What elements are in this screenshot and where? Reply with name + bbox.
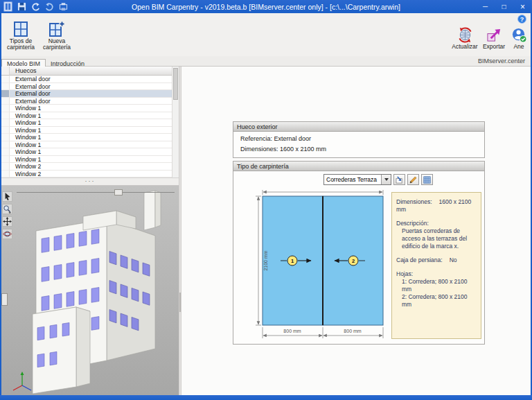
new-carpentry-icon [40, 20, 73, 38]
leaf1-number: 1 [291, 258, 294, 264]
orbit-icon[interactable] [2, 229, 12, 239]
row-label: External door [10, 98, 172, 105]
row-selector[interactable] [1, 156, 10, 164]
row-label: Window 2 [10, 163, 172, 171]
leaf2-width-label: 800 mm [344, 329, 361, 333]
building-3d [1, 186, 179, 395]
type-toolbar: Correderas Terraza [323, 174, 433, 185]
table-row[interactable]: Window 2 [1, 163, 172, 171]
row-label: Window 1 [10, 112, 172, 120]
row-selector[interactable] [1, 98, 10, 105]
pan-icon[interactable] [2, 216, 12, 227]
info-caja-label: Caja de persiana: [396, 256, 443, 263]
chevron-down-icon[interactable] [381, 175, 391, 184]
row-selector[interactable] [1, 163, 10, 171]
table-scrollbar-thumb[interactable] [173, 68, 178, 100]
edit-type-button[interactable] [407, 174, 419, 185]
table-row[interactable]: Window 1 [1, 156, 172, 164]
exportar-button[interactable]: Exportar [479, 26, 508, 50]
import-type-button[interactable] [393, 174, 405, 185]
table-row[interactable]: Window 1 [1, 148, 172, 156]
ribbon-tabstrip: Modelo BIMIntroducción BIMserver.center [1, 56, 531, 67]
splitter-grip[interactable] [179, 293, 181, 312]
row-selector[interactable] [1, 127, 10, 134]
print-icon[interactable] [57, 1, 69, 12]
tipos-carpinteria-button[interactable]: Tipos de carpintería [3, 17, 38, 51]
ane-button[interactable]: Ane [508, 26, 529, 50]
actualizar-button[interactable]: Actualizar [450, 26, 479, 50]
row-selector[interactable] [1, 134, 10, 141]
row-selector[interactable] [1, 141, 10, 149]
view-slider-horizontal[interactable] [17, 189, 175, 195]
huecos-column-header[interactable]: Huecos [10, 67, 172, 76]
export-arrow-icon [479, 26, 508, 43]
table-scrollbar[interactable] [172, 67, 179, 177]
row-label: Window 1 [10, 141, 172, 149]
carpentry-window-icon [4, 20, 37, 38]
row-label: External door [10, 76, 172, 83]
save-icon[interactable] [16, 1, 27, 12]
dimensiones-label: Dimensiones: [240, 146, 278, 153]
row-selector[interactable] [1, 83, 10, 91]
select-arrow-icon[interactable] [2, 191, 12, 202]
info-caja-value: No [450, 256, 457, 263]
top-dimension [263, 190, 383, 195]
row-label: Window 1 [10, 127, 172, 134]
view-slider-handle[interactable] [114, 189, 123, 195]
dimensiones-line: Dimensiones: 1600 x 2100 mm [233, 146, 484, 153]
row-label: Window 1 [10, 156, 172, 164]
app-icon[interactable] [2, 1, 13, 12]
redo-icon[interactable] [44, 1, 55, 12]
info-dimensiones: Dimensiones:1600 x 2100 mm [396, 198, 477, 214]
info-caja: Caja de persiana:No [396, 256, 477, 264]
table-row[interactable]: Window 2 [1, 171, 172, 178]
maximize-button[interactable]: □ [495, 0, 513, 13]
tipos-carpinteria-label: Tipos de carpintería [4, 38, 37, 51]
height-dim-label: 2100 mm [263, 250, 268, 270]
nueva-carpinteria-button[interactable]: Nueva carpintería [39, 17, 74, 51]
table-row[interactable]: Window 1 [1, 141, 172, 149]
user-check-icon [508, 26, 529, 43]
undo-icon[interactable] [30, 1, 41, 12]
tipo-carpinteria-title: Tipo de carpintería [233, 162, 484, 171]
carpentry-type-select[interactable]: Correderas Terraza [323, 174, 391, 185]
table-row[interactable]: Window 1 [1, 105, 172, 112]
row-selector[interactable] [1, 105, 10, 112]
horizontal-splitter[interactable]: ··· [1, 177, 179, 186]
row-selector[interactable] [1, 148, 10, 156]
help-button[interactable]: ? [517, 15, 526, 24]
leaf2-number: 2 [352, 258, 355, 264]
nueva-carpinteria-label: Nueva carpintería [40, 38, 73, 51]
table-row[interactable]: External door [1, 76, 172, 83]
table-row[interactable]: Window 1 [1, 112, 172, 120]
row-selector[interactable] [1, 112, 10, 120]
row-selector[interactable] [1, 90, 10, 98]
row-label: Window 2 [10, 171, 172, 178]
table-row[interactable]: Window 1 [1, 127, 172, 134]
row-label: External door [10, 90, 172, 98]
row-selector[interactable] [1, 76, 10, 83]
table-row[interactable]: External door [1, 98, 172, 105]
hueco-exterior-panel: Hueco exterior Referencia: External door… [233, 121, 485, 158]
info-descripcion-label: Descripción: [396, 220, 477, 227]
table-row[interactable]: Window 1 [1, 134, 172, 141]
zoom-icon[interactable] [2, 204, 12, 214]
table-row[interactable]: Window 1 [1, 119, 172, 127]
viewer-3d[interactable] [1, 186, 179, 395]
hueco-exterior-title: Hueco exterior [233, 122, 484, 132]
height-dimension [256, 196, 261, 325]
refresh-globe-icon [450, 26, 479, 43]
tipo-carpinteria-panel: Tipo de carpintería Correderas Terraza [233, 161, 485, 345]
row-selector[interactable] [1, 119, 10, 127]
leaf1-width-label: 800 mm [283, 329, 301, 333]
table-row[interactable]: External door [1, 90, 172, 98]
actualizar-label: Actualizar [450, 43, 479, 50]
window-title: Open BIM Carpentry - v2019.beta.b [BIMse… [0, 3, 532, 11]
minimize-button[interactable]: ─ [476, 0, 495, 13]
row-label: Window 1 [10, 105, 172, 112]
close-button[interactable]: × [513, 0, 532, 13]
library-grid-button[interactable] [421, 174, 433, 185]
view-slider-vertical[interactable] [1, 293, 8, 306]
table-row[interactable]: External door [1, 83, 172, 91]
row-selector[interactable] [1, 171, 10, 178]
